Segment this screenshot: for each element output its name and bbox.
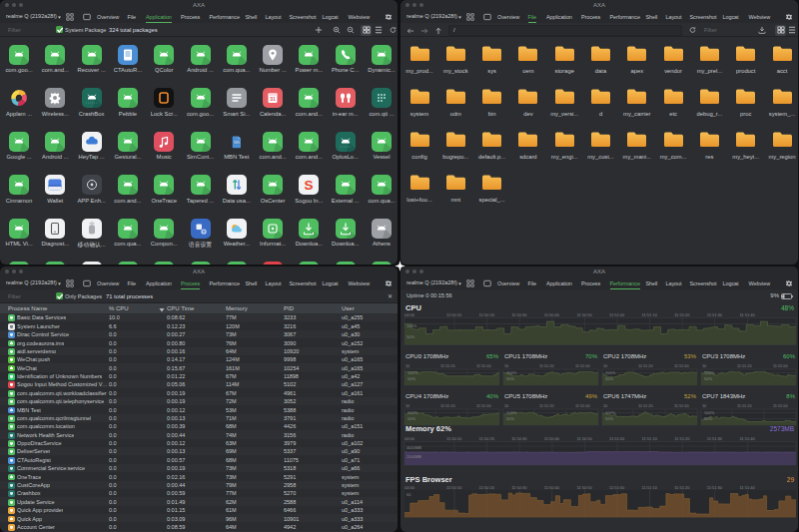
svg-text:11:51:20: 11:51:20 bbox=[539, 404, 554, 408]
svg-text:11:50:50: 11:50:50 bbox=[576, 312, 592, 317]
svg-text:50%: 50% bbox=[704, 416, 712, 421]
svg-text:11:50:10: 11:50:10 bbox=[446, 312, 462, 317]
svg-text:100%: 100% bbox=[605, 410, 616, 415]
svg-text:40%: 40% bbox=[486, 393, 499, 399]
svg-text:10: 10 bbox=[504, 364, 508, 368]
svg-text:50%: 50% bbox=[407, 416, 415, 421]
svg-text:11:51:00: 11:51:00 bbox=[609, 436, 625, 441]
svg-text:11:51:40: 11:51:40 bbox=[739, 436, 755, 441]
svg-text:11:51:00: 11:51:00 bbox=[476, 404, 491, 408]
svg-text:11:51:00: 11:51:00 bbox=[773, 364, 788, 368]
svg-text:49%: 49% bbox=[585, 393, 598, 399]
svg-text:50%: 50% bbox=[506, 376, 514, 381]
svg-text:11:51:20: 11:51:20 bbox=[674, 312, 690, 317]
svg-text:60: 60 bbox=[406, 492, 411, 497]
svg-text:11:50:40: 11:50:40 bbox=[544, 485, 560, 490]
svg-text:MBN: MBN bbox=[234, 140, 240, 144]
svg-text:11:50:20: 11:50:20 bbox=[479, 436, 495, 441]
svg-text:11:51:00: 11:51:00 bbox=[609, 485, 625, 490]
svg-text:11:51:20: 11:51:20 bbox=[539, 364, 554, 368]
svg-text:10: 10 bbox=[405, 364, 409, 368]
svg-text:100%: 100% bbox=[406, 323, 417, 328]
svg-text:11:50:40: 11:50:40 bbox=[544, 312, 560, 317]
svg-text:11:51:30: 11:51:30 bbox=[707, 312, 723, 317]
svg-text:CPU4 1708MHz: CPU4 1708MHz bbox=[405, 393, 448, 399]
svg-text:10: 10 bbox=[702, 364, 706, 368]
svg-text:100%: 100% bbox=[605, 370, 616, 375]
svg-text:100%: 100% bbox=[704, 410, 715, 415]
svg-text:50%: 50% bbox=[406, 334, 414, 339]
svg-text:50%: 50% bbox=[506, 416, 514, 421]
svg-text:CPU0 1708MHz: CPU0 1708MHz bbox=[405, 353, 448, 359]
svg-text:31: 31 bbox=[270, 96, 276, 102]
svg-text:11:51:20: 11:51:20 bbox=[638, 404, 653, 408]
svg-text:11:51:20: 11:51:20 bbox=[737, 364, 752, 368]
svg-text:Memory 62%: Memory 62% bbox=[405, 424, 451, 433]
svg-text:11:50:10: 11:50:10 bbox=[446, 485, 462, 490]
svg-text:10: 10 bbox=[504, 404, 508, 408]
svg-text:11:51:20: 11:51:20 bbox=[737, 404, 752, 408]
svg-text:11:51:00: 11:51:00 bbox=[773, 404, 788, 408]
svg-text:11:50:40: 11:50:40 bbox=[544, 436, 560, 441]
svg-text:11:51:20: 11:51:20 bbox=[674, 485, 690, 490]
svg-text:11:51:20: 11:51:20 bbox=[638, 364, 653, 368]
svg-text:11:51:20: 11:51:20 bbox=[440, 404, 455, 408]
svg-text:CPU7 1843MHz: CPU7 1843MHz bbox=[702, 393, 745, 399]
svg-text:11:51:00: 11:51:00 bbox=[609, 312, 625, 317]
svg-text:10: 10 bbox=[603, 364, 607, 368]
svg-text:11:50:30: 11:50:30 bbox=[511, 312, 527, 317]
svg-text:CPU6 1747MHz: CPU6 1747MHz bbox=[603, 393, 646, 399]
svg-text:FPS Browser: FPS Browser bbox=[405, 475, 452, 484]
svg-text:50%: 50% bbox=[605, 416, 613, 421]
svg-text:04:00: 04:00 bbox=[404, 485, 415, 490]
svg-text:100%: 100% bbox=[506, 410, 517, 415]
svg-text:10: 10 bbox=[603, 404, 607, 408]
svg-text:11:51:20: 11:51:20 bbox=[440, 364, 455, 368]
svg-text:S: S bbox=[305, 178, 314, 193]
svg-text:11:51:30: 11:51:30 bbox=[707, 485, 723, 490]
svg-text:52%: 52% bbox=[684, 393, 697, 399]
svg-text:11:51:00: 11:51:00 bbox=[674, 364, 689, 368]
svg-text:4000MB: 4000MB bbox=[406, 445, 421, 450]
svg-text:11:51:00: 11:51:00 bbox=[476, 364, 491, 368]
svg-text:11:51:10: 11:51:10 bbox=[642, 312, 658, 317]
svg-text:11:51:10: 11:51:10 bbox=[642, 485, 658, 490]
svg-text:50%: 50% bbox=[704, 376, 712, 381]
svg-text:100%: 100% bbox=[407, 410, 418, 415]
svg-text:29: 29 bbox=[787, 476, 795, 483]
svg-text:100%: 100% bbox=[704, 370, 715, 375]
svg-text:CPU3 1708MHz: CPU3 1708MHz bbox=[702, 353, 745, 359]
svg-text:2573MB: 2573MB bbox=[770, 425, 794, 432]
svg-text:10: 10 bbox=[405, 404, 409, 408]
svg-text:11:50:10: 11:50:10 bbox=[446, 436, 462, 441]
svg-text:50%: 50% bbox=[407, 376, 415, 381]
svg-text:2000MB: 2000MB bbox=[406, 454, 421, 459]
svg-text:70%: 70% bbox=[585, 353, 598, 359]
svg-text:100%: 100% bbox=[407, 370, 418, 375]
svg-text:11:51:30: 11:51:30 bbox=[707, 436, 723, 441]
svg-text:8%: 8% bbox=[786, 393, 795, 399]
svg-text:CPU2 1708MHz: CPU2 1708MHz bbox=[603, 353, 646, 359]
svg-text:11:50:30: 11:50:30 bbox=[511, 436, 527, 441]
svg-text:04:00: 04:00 bbox=[404, 436, 415, 441]
svg-text:11:50:20: 11:50:20 bbox=[479, 485, 495, 490]
svg-text:11:51:00: 11:51:00 bbox=[575, 364, 590, 368]
svg-text:11:51:00: 11:51:00 bbox=[674, 404, 689, 408]
svg-text:50%: 50% bbox=[605, 376, 613, 381]
svg-text:53%: 53% bbox=[684, 353, 697, 359]
svg-text:04:00: 04:00 bbox=[404, 312, 415, 317]
svg-text:11:51:40: 11:51:40 bbox=[739, 485, 755, 490]
svg-text:11:51:40: 11:51:40 bbox=[739, 312, 755, 317]
svg-text:11:50:50: 11:50:50 bbox=[576, 436, 592, 441]
svg-text:CPU5 1708MHz: CPU5 1708MHz bbox=[504, 393, 547, 399]
svg-text:65%: 65% bbox=[486, 353, 499, 359]
svg-text:11:51:20: 11:51:20 bbox=[674, 436, 690, 441]
svg-text:11:50:30: 11:50:30 bbox=[511, 485, 527, 490]
svg-text:100%: 100% bbox=[506, 370, 517, 375]
svg-text:48%: 48% bbox=[781, 304, 794, 311]
svg-text:11:51:10: 11:51:10 bbox=[642, 436, 658, 441]
svg-text:60%: 60% bbox=[783, 353, 796, 359]
svg-text:10: 10 bbox=[702, 404, 706, 408]
svg-text:11:50:20: 11:50:20 bbox=[479, 312, 495, 317]
svg-text:11:50:50: 11:50:50 bbox=[576, 485, 592, 490]
